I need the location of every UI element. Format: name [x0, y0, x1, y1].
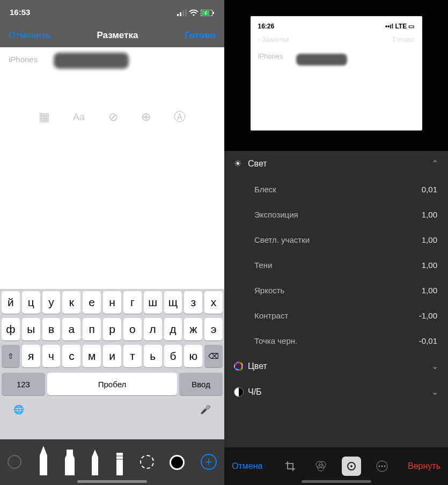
svg-rect-2 [182, 11, 184, 16]
key[interactable]: о [123, 318, 142, 341]
adjust-row[interactable]: Контраст-1,00 [224, 303, 448, 328]
battery-icon [201, 10, 215, 16]
checklist-icon[interactable]: ⊘ [108, 110, 118, 124]
add-icon[interactable]: ⊕ [141, 110, 151, 124]
status-bar: 16:53 [0, 0, 224, 24]
preview-image[interactable]: 16:26 ••ıl LTE ▭ ‹ Заметки Готово iPhone… [251, 16, 422, 131]
key[interactable]: я [22, 345, 40, 367]
key[interactable]: ж [184, 318, 202, 341]
adjust-row[interactable]: Тени1,00 [224, 252, 448, 278]
chevron-down-icon: ⌄ [431, 387, 438, 397]
numbers-key[interactable]: 123 [2, 373, 45, 395]
markup-toolbar: + [0, 439, 224, 485]
wifi-icon [189, 10, 199, 16]
section-bw[interactable]: Ч/Б ⌄ [224, 379, 448, 405]
photo-edit-screen: 16:26 ••ıl LTE ▭ ‹ Заметки Готово iPhone… [224, 0, 448, 485]
key[interactable]: а [62, 318, 80, 341]
adjust-row[interactable]: Яркость1,00 [224, 278, 448, 303]
keyboard-row-4: 123 Пробел Ввод [0, 370, 224, 399]
preview-back: ‹ Заметки [258, 35, 289, 44]
key[interactable]: х [204, 291, 223, 314]
svg-rect-7 [213, 12, 214, 14]
home-indicator [302, 480, 371, 483]
svg-point-19 [384, 466, 386, 467]
section-light[interactable]: ☀ Свет ⌃ [224, 151, 448, 177]
key[interactable]: т [123, 345, 142, 367]
adjust-row[interactable]: Точка черн.-0,01 [224, 328, 448, 353]
key[interactable]: б [164, 345, 182, 367]
marker-tool[interactable] [65, 446, 75, 475]
key[interactable]: н [103, 291, 121, 314]
adjust-row[interactable]: Светл. участки1,00 [224, 227, 448, 252]
note-text: iPhones [9, 55, 38, 64]
key[interactable]: д [164, 318, 182, 341]
key[interactable]: м [83, 345, 101, 367]
pen-tool[interactable] [38, 446, 49, 475]
key[interactable]: ш [144, 291, 162, 314]
add-shape-button[interactable]: + [201, 446, 217, 475]
adjust-row[interactable]: Экспозиция1,00 [224, 202, 448, 227]
mic-icon[interactable]: 🎤 [200, 404, 211, 415]
preview-signal: ••ıl LTE ▭ [385, 23, 415, 30]
key[interactable]: ю [184, 345, 202, 367]
globe-icon[interactable]: 🌐 [13, 404, 24, 415]
undo-button[interactable] [8, 446, 21, 475]
keyboard-row-1: й ц у к е н г ш щ з х [0, 289, 224, 316]
key[interactable]: ь [144, 345, 162, 367]
adjust-button[interactable] [336, 457, 367, 476]
handwriting-icon[interactable]: Ⓐ [174, 109, 186, 125]
key[interactable]: е [83, 291, 101, 314]
filters-button[interactable] [305, 460, 336, 473]
chevron-down-icon: ⌄ [431, 361, 438, 371]
eraser-tool[interactable] [115, 446, 124, 475]
chevron-up-icon: ⌃ [431, 158, 438, 169]
key[interactable]: э [204, 318, 223, 341]
preview-time: 16:26 [258, 23, 275, 30]
backspace-key[interactable]: ⌫ [204, 345, 223, 367]
key[interactable]: ч [42, 345, 61, 367]
key[interactable]: р [103, 318, 121, 341]
key[interactable]: с [62, 345, 80, 367]
color-icon [234, 361, 248, 371]
cancel-button[interactable]: Отменить [9, 30, 50, 41]
markup-canvas[interactable]: iPhones ▦ Aa ⊘ ⊕ Ⓐ [0, 47, 224, 289]
key[interactable]: г [123, 291, 142, 314]
ink-scribble [54, 53, 129, 69]
adjust-panel: ☀ Свет ⌃ Блеск0,01 Экспозиция1,00 Светл.… [224, 151, 448, 447]
more-button[interactable] [367, 460, 398, 473]
key[interactable]: п [83, 318, 101, 341]
lasso-tool[interactable] [140, 446, 154, 475]
key[interactable]: щ [164, 291, 182, 314]
color-picker[interactable] [170, 446, 185, 475]
keyboard: й ц у к е н г ш щ з х ф ы в а п р о л д … [0, 289, 224, 439]
signal-icon [177, 10, 187, 16]
adjust-row[interactable]: Блеск0,01 [224, 177, 448, 202]
enter-key[interactable]: Ввод [179, 373, 223, 395]
text-format-icon[interactable]: Aa [73, 112, 85, 123]
notes-format-bar: ▦ Aa ⊘ ⊕ Ⓐ [0, 106, 224, 128]
key[interactable]: и [103, 345, 121, 367]
crop-button[interactable] [275, 460, 305, 472]
cancel-button[interactable]: Отмена [232, 461, 275, 471]
key[interactable]: л [144, 318, 162, 341]
revert-button[interactable]: Вернуть [398, 461, 440, 471]
space-key[interactable]: Пробел [47, 373, 177, 395]
key[interactable]: в [42, 318, 61, 341]
markup-screen: 16:53 Отменить Разметка Готово iPhones ▦… [0, 0, 224, 485]
key[interactable]: й [2, 291, 20, 314]
svg-point-4 [193, 14, 194, 16]
done-button[interactable]: Готово [185, 30, 216, 41]
key[interactable]: к [62, 291, 80, 314]
key[interactable]: ф [2, 318, 20, 341]
section-color[interactable]: Цвет ⌄ [224, 353, 448, 379]
svg-point-17 [379, 466, 380, 467]
key[interactable]: ы [22, 318, 40, 341]
key[interactable]: у [42, 291, 61, 314]
pencil-tool[interactable] [91, 446, 99, 475]
shift-key[interactable]: ⇧ [2, 345, 20, 367]
keyboard-row-3: ⇧ я ч с м и т ь б ю ⌫ [0, 343, 224, 370]
key[interactable]: з [184, 291, 202, 314]
table-icon[interactable]: ▦ [39, 110, 50, 124]
svg-point-15 [350, 465, 352, 467]
key[interactable]: ц [22, 291, 40, 314]
